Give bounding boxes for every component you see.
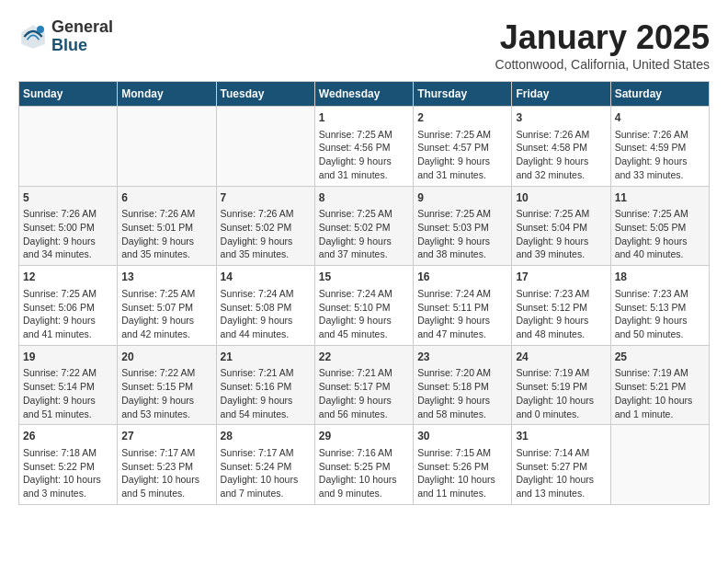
cell-text: Sunrise: 7:23 AM [615,287,705,301]
cell-text: Sunrise: 7:25 AM [417,128,507,142]
cell-text: Sunset: 5:27 PM [516,460,606,474]
cell-text: Daylight: 9 hours [516,155,606,168]
cell-text: Sunrise: 7:19 AM [615,366,705,380]
week-row-4: 19Sunrise: 7:22 AMSunset: 5:14 PMDayligh… [19,345,710,425]
cell-text: Daylight: 9 hours [23,394,113,408]
cell-text: Sunrise: 7:25 AM [417,207,507,221]
cell-text: Sunrise: 7:22 AM [121,366,211,380]
cell-text: Daylight: 9 hours [121,314,211,327]
day-number: 29 [319,429,409,444]
cell-text: and 50 minutes. [615,327,705,341]
cell-text: Sunset: 5:02 PM [221,221,311,235]
calendar-cell: 28Sunrise: 7:17 AMSunset: 5:24 PMDayligh… [216,425,314,505]
day-number: 20 [121,350,211,365]
cell-text: Sunset: 4:58 PM [516,141,606,155]
cell-text: Sunrise: 7:24 AM [221,287,311,301]
cell-text: Sunset: 5:16 PM [221,380,311,394]
week-row-1: 1Sunrise: 7:25 AMSunset: 4:56 PMDaylight… [19,107,710,187]
week-row-2: 5Sunrise: 7:26 AMSunset: 5:00 PMDaylight… [19,186,710,266]
cell-text: Daylight: 9 hours [615,314,705,327]
cell-text: Sunset: 5:24 PM [221,460,311,474]
cell-text: and 53 minutes. [121,408,211,421]
cell-text: and 58 minutes. [417,408,507,421]
day-number: 31 [516,429,606,444]
cell-text: Daylight: 9 hours [23,235,113,248]
cell-text: Daylight: 9 hours [417,235,507,248]
cell-text: and 47 minutes. [417,327,507,341]
day-number: 15 [319,270,409,285]
cell-text: Daylight: 9 hours [319,235,409,248]
logo-icon [18,22,48,52]
calendar-cell [610,425,709,505]
cell-text: and 31 minutes. [319,168,409,182]
calendar-cell: 27Sunrise: 7:17 AMSunset: 5:23 PMDayligh… [118,425,216,505]
day-number: 11 [615,190,705,206]
cell-text: Sunrise: 7:19 AM [516,366,606,380]
day-number: 23 [417,350,507,365]
calendar-header: SundayMondayTuesdayWednesdayThursdayFrid… [19,82,710,107]
calendar-cell: 31Sunrise: 7:14 AMSunset: 5:27 PMDayligh… [512,425,610,505]
calendar-cell: 13Sunrise: 7:25 AMSunset: 5:07 PMDayligh… [118,266,216,346]
cell-text: Daylight: 9 hours [417,314,507,327]
cell-text: Sunset: 5:15 PM [121,380,211,394]
cell-text: Sunrise: 7:23 AM [516,287,606,301]
calendar-cell [216,107,314,187]
day-number: 8 [319,190,409,206]
cell-text: Sunset: 5:18 PM [417,380,507,394]
day-number: 21 [221,350,311,365]
day-number: 13 [121,270,211,285]
cell-text: Daylight: 10 hours [319,473,409,487]
cell-text: and 42 minutes. [121,327,211,341]
cell-text: Sunrise: 7:15 AM [417,446,507,460]
cell-text: Daylight: 9 hours [23,314,113,327]
cell-text: Sunrise: 7:25 AM [516,207,606,221]
calendar-cell: 26Sunrise: 7:18 AMSunset: 5:22 PMDayligh… [19,425,118,505]
cell-text: Daylight: 9 hours [615,155,705,168]
cell-text: Sunrise: 7:16 AM [319,446,409,460]
calendar-table: SundayMondayTuesdayWednesdayThursdayFrid… [18,81,710,505]
cell-text: Sunset: 4:57 PM [417,141,507,155]
cell-text: Sunset: 5:02 PM [319,221,409,235]
week-row-3: 12Sunrise: 7:25 AMSunset: 5:06 PMDayligh… [19,266,710,346]
calendar-cell: 21Sunrise: 7:21 AMSunset: 5:16 PMDayligh… [216,345,314,425]
cell-text: Daylight: 9 hours [417,394,507,408]
calendar-cell: 6Sunrise: 7:26 AMSunset: 5:01 PMDaylight… [118,186,216,266]
calendar-cell: 14Sunrise: 7:24 AMSunset: 5:08 PMDayligh… [216,266,314,346]
day-number: 5 [23,190,113,206]
cell-text: and 56 minutes. [319,408,409,421]
calendar-cell: 3Sunrise: 7:26 AMSunset: 4:58 PMDaylight… [512,107,610,187]
cell-text: and 35 minutes. [121,247,211,261]
cell-text: Sunrise: 7:26 AM [221,207,311,221]
calendar-cell: 20Sunrise: 7:22 AMSunset: 5:15 PMDayligh… [118,345,216,425]
cell-text: Sunrise: 7:17 AM [221,446,311,460]
day-number: 19 [23,350,113,365]
cell-text: Sunset: 5:13 PM [615,301,705,315]
svg-point-1 [37,26,44,33]
cell-text: Sunrise: 7:20 AM [417,366,507,380]
calendar-cell: 29Sunrise: 7:16 AMSunset: 5:25 PMDayligh… [314,425,413,505]
cell-text: Daylight: 9 hours [121,235,211,248]
cell-text: and 54 minutes. [221,408,311,421]
calendar-cell: 8Sunrise: 7:25 AMSunset: 5:02 PMDaylight… [314,186,413,266]
header-day-friday: Friday [512,82,610,107]
calendar-cell: 24Sunrise: 7:19 AMSunset: 5:19 PMDayligh… [512,345,610,425]
cell-text: and 32 minutes. [516,168,606,182]
cell-text: and 3 minutes. [23,487,113,500]
calendar-cell: 18Sunrise: 7:23 AMSunset: 5:13 PMDayligh… [610,266,709,346]
cell-text: Sunrise: 7:25 AM [319,207,409,221]
cell-text: Sunset: 5:08 PM [221,301,311,315]
day-number: 14 [221,270,311,285]
calendar-cell [118,107,216,187]
cell-text: Sunset: 5:11 PM [417,301,507,315]
calendar-cell: 11Sunrise: 7:25 AMSunset: 5:05 PMDayligh… [610,186,709,266]
cell-text: Daylight: 9 hours [417,155,507,168]
header-day-tuesday: Tuesday [216,82,314,107]
cell-text: Daylight: 9 hours [516,314,606,327]
calendar-cell: 17Sunrise: 7:23 AMSunset: 5:12 PMDayligh… [512,266,610,346]
cell-text: and 37 minutes. [319,247,409,261]
cell-text: and 5 minutes. [121,487,211,500]
cell-text: Sunset: 5:00 PM [23,221,113,235]
cell-text: Daylight: 10 hours [23,473,113,487]
cell-text: Sunset: 5:19 PM [516,380,606,394]
cell-text: Daylight: 9 hours [221,235,311,248]
